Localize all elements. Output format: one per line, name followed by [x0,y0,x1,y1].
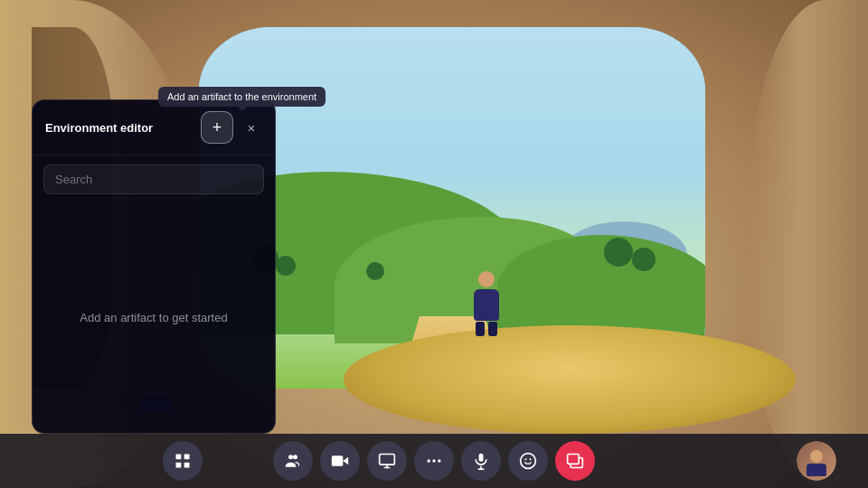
tree [632,248,656,271]
svg-point-8 [428,459,430,462]
svg-rect-7 [380,455,395,465]
svg-point-4 [288,455,293,459]
camera-icon [331,452,349,470]
avatar-head [478,271,495,287]
tree [366,262,384,280]
add-artifact-button[interactable]: + [201,111,233,144]
content-icon [378,452,396,470]
share-icon [566,452,584,470]
mic-icon [472,452,490,470]
content-button[interactable] [367,441,407,481]
mic-button[interactable] [461,441,501,481]
panel-body: Add an artifact to get started [33,202,275,433]
svg-point-16 [530,458,532,460]
avatar-character [468,271,505,334]
empty-state-label: Add an artifact to get started [80,311,227,324]
avatar-thumbnail [797,441,836,481]
people-icon [284,452,302,470]
svg-point-15 [525,458,527,460]
panel-title: Environment editor [45,121,153,135]
toolbar [0,434,868,488]
search-input[interactable] [43,164,264,194]
people-button[interactable] [273,441,313,481]
search-box [43,164,264,194]
panel-header: Environment editor + × [33,100,275,155]
svg-point-10 [438,459,440,462]
more-button[interactable] [414,441,454,481]
emoji-icon [519,452,537,470]
share-button[interactable] [555,441,595,481]
avatar-leg-right [488,322,497,336]
avatar-leg-left [476,322,485,336]
arch-right [750,0,868,488]
floor-platform [344,325,796,434]
svg-rect-6 [332,455,344,466]
camera-button[interactable] [320,441,360,481]
svg-point-5 [293,455,297,459]
panel-header-actions: + × [201,111,262,144]
toolbar-center [273,441,595,481]
svg-rect-11 [479,454,484,462]
svg-rect-3 [184,463,190,468]
emoji-button[interactable] [508,441,548,481]
svg-rect-0 [176,455,182,460]
avatar-button[interactable] [797,441,836,481]
tree [604,238,633,267]
grid-icon [174,452,192,470]
avatar-legs [468,322,505,336]
svg-point-14 [521,454,536,469]
svg-rect-2 [176,463,182,468]
tree [276,256,296,276]
more-icon [425,452,443,470]
close-panel-button[interactable]: × [241,117,262,138]
svg-point-9 [432,459,435,462]
svg-rect-17 [568,455,580,465]
avatar-body [474,289,499,321]
grid-button[interactable] [163,441,203,481]
environment-editor-panel: Environment editor + × Add an artifact t… [32,99,276,434]
svg-rect-1 [184,455,190,460]
